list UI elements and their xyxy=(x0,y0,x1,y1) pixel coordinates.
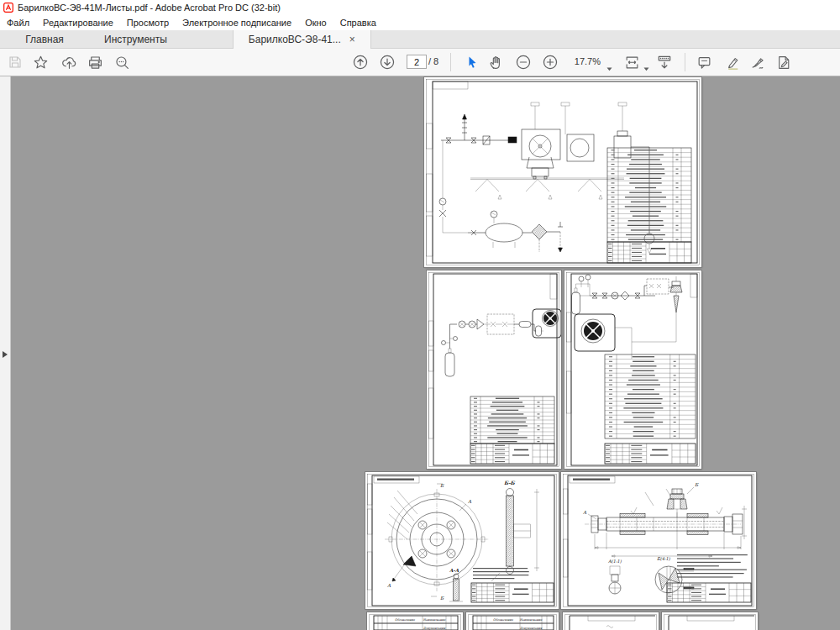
sheet2-title-block xyxy=(470,444,554,464)
search-button[interactable] xyxy=(111,51,133,73)
svg-text:Наименование: Наименование xyxy=(520,618,543,622)
svg-text:А-А: А-А xyxy=(449,568,459,573)
tab-tools[interactable]: Инструменты xyxy=(89,30,182,48)
tab-close-icon[interactable]: × xyxy=(349,34,355,45)
svg-text:Б: Б xyxy=(440,483,444,488)
pdf-page-sheet1 xyxy=(424,77,701,267)
svg-text:Б(4:1): Б(4:1) xyxy=(657,556,671,561)
zoom-level-value[interactable]: 17.7% xyxy=(570,56,601,66)
previous-page-button[interactable] xyxy=(349,51,371,73)
sheet5-notes xyxy=(677,554,748,578)
hand-tool-button[interactable] xyxy=(485,51,507,73)
zoom-dropdown-caret-icon[interactable] xyxy=(606,60,612,75)
scrolling-mode-button[interactable] xyxy=(654,51,675,73)
star-favorite-button[interactable] xyxy=(29,51,51,73)
sheet5-detail-a xyxy=(609,566,621,594)
pdf-page-sheet7: Обозначение Наименование Документация xyxy=(466,612,559,630)
page-fit-caret-icon[interactable] xyxy=(643,60,649,75)
sheet4-drawing: Б-Б А-А Б Б А А xyxy=(365,472,559,609)
svg-text:Документация: Документация xyxy=(520,627,543,630)
pdf-page-sheet3 xyxy=(564,270,701,469)
sheet9-drawing xyxy=(662,612,758,630)
svg-text:Обозначение: Обозначение xyxy=(395,618,416,622)
sheet4-notes xyxy=(473,568,529,579)
toolbar-divider xyxy=(685,53,685,71)
sheet3-parts-table xyxy=(605,354,696,438)
toolbar-divider xyxy=(450,53,451,71)
pdf-page-sheet5: А(1:1) Б(4:1) А Б xyxy=(561,472,756,609)
page-fit-button[interactable] xyxy=(621,51,643,73)
menu-esign[interactable]: Электронное подписание xyxy=(176,18,298,28)
sheet5-title-block xyxy=(667,583,751,602)
pdf-page-sheet4: Б-Б А-А Б Б А А xyxy=(365,472,559,609)
comment-button[interactable] xyxy=(693,51,715,73)
print-button[interactable] xyxy=(84,51,106,73)
sheet1-drawing xyxy=(424,77,701,267)
zoom-in-button[interactable] xyxy=(539,51,561,73)
menu-view[interactable]: Просмотр xyxy=(120,18,176,28)
tab-home[interactable]: Главная xyxy=(0,30,89,48)
tab-document[interactable]: БарилкоВС-Э8-41... × xyxy=(233,30,371,49)
sheet2-schematic xyxy=(442,309,562,376)
acrobat-icon xyxy=(3,3,13,13)
sheet4-title-block xyxy=(471,583,554,602)
fill-and-sign-button[interactable] xyxy=(773,51,795,73)
menu-edit[interactable]: Редактирование xyxy=(36,18,120,28)
save-button[interactable] xyxy=(4,51,26,73)
menubar: Файл Редактирование Просмотр Электронное… xyxy=(0,15,840,30)
tabbar: Главная Инструменты БарилкоВС-Э8-41... × xyxy=(0,30,840,49)
sheet5-assembly-section xyxy=(585,487,747,557)
select-tool-button[interactable] xyxy=(461,51,483,73)
navigation-pane-strip xyxy=(0,76,11,630)
sheet5-drawing: А(1:1) Б(4:1) А Б xyxy=(561,472,756,609)
sheet2-drawing xyxy=(427,270,561,469)
svg-text:А(1:1): А(1:1) xyxy=(608,559,622,564)
share-upload-button[interactable] xyxy=(58,51,80,73)
svg-text:А: А xyxy=(387,583,391,588)
pdf-page-sheet6: Обозначение Наименование Документация xyxy=(367,612,463,630)
menu-help[interactable]: Справка xyxy=(333,18,383,28)
svg-text:А: А xyxy=(583,510,587,515)
sheet8-drawing xyxy=(563,612,659,630)
sheet2-parts-table xyxy=(470,396,554,444)
pdf-page-sheet9 xyxy=(662,612,758,630)
sheet4-section-bb xyxy=(491,489,539,582)
acrobat-window: БарилкоВС-Э8-41М-Листы.pdf - Adobe Acrob… xyxy=(0,0,840,630)
page-count-label: / 8 xyxy=(428,56,438,66)
sign-button[interactable] xyxy=(747,51,769,73)
svg-text:Наименование: Наименование xyxy=(423,618,447,622)
svg-text:Б: Б xyxy=(440,596,444,601)
page-number-input[interactable] xyxy=(407,55,427,69)
expand-nav-pane-button[interactable] xyxy=(3,351,8,358)
pdf-page-sheet2 xyxy=(427,270,561,469)
sheet7-drawing: Обозначение Наименование Документация xyxy=(466,612,559,630)
window-titlebar: БарилкоВС-Э8-41М-Листы.pdf - Adobe Acrob… xyxy=(0,0,840,15)
sheet1-parts-table xyxy=(607,148,691,242)
svg-text:Документация: Документация xyxy=(423,627,446,630)
zoom-out-button[interactable] xyxy=(512,51,534,73)
sheet1-schematic xyxy=(439,102,654,254)
tab-document-label: БарилкоВС-Э8-41... xyxy=(249,34,341,45)
menu-file[interactable]: Файл xyxy=(0,18,36,28)
main-toolbar: / 8 17.7% xyxy=(0,49,840,76)
svg-text:А: А xyxy=(468,499,472,504)
sheet6-drawing: Обозначение Наименование Документация xyxy=(367,612,463,630)
next-page-button[interactable] xyxy=(376,51,398,73)
window-title: БарилкоВС-Э8-41М-Листы.pdf - Adobe Acrob… xyxy=(18,3,281,13)
sheet3-schematic xyxy=(572,275,683,359)
pdf-page-sheet8 xyxy=(563,612,659,630)
sheet3-drawing xyxy=(564,270,701,469)
menu-window[interactable]: Окно xyxy=(298,18,333,28)
highlight-button[interactable] xyxy=(722,51,743,73)
sheet3-title-block xyxy=(605,444,696,464)
svg-text:Обозначение: Обозначение xyxy=(493,618,514,622)
svg-text:Б-Б: Б-Б xyxy=(504,480,516,486)
document-canvas[interactable]: Б-Б А-А Б Б А А xyxy=(0,76,840,630)
svg-text:Б: Б xyxy=(695,482,699,487)
sheet4-flange-view xyxy=(385,484,489,596)
